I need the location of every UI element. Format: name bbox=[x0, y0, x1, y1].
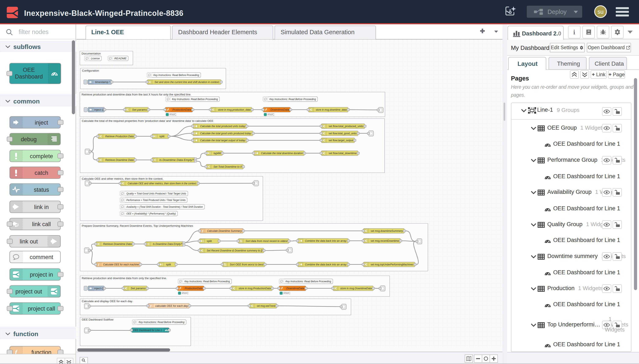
svg-text:store in msg.production_data: store in msg.production_data bbox=[218, 108, 250, 111]
svg-text:set flow.target_output: set flow.target_output bbox=[329, 139, 353, 142]
svg-text:set msg.downtimeSummery: set msg.downtimeSummery bbox=[371, 229, 403, 232]
svg-text:project call: project call bbox=[28, 306, 55, 312]
svg-text:Calculate the total of the req: Calculate the total of the required prop… bbox=[82, 119, 213, 122]
svg-text:complete: complete bbox=[30, 153, 53, 160]
svg-text:comment: comment bbox=[30, 254, 53, 260]
svg-text:Availavity = (Total Shift Dura: Availavity = (Total Shift Duration - Tot… bbox=[126, 205, 203, 208]
svg-text:status: status bbox=[34, 187, 49, 193]
svg-text:calculate OEE for each day: calculate OEE for each day bbox=[155, 304, 188, 308]
svg-text:function: function bbox=[32, 349, 52, 354]
svg-text:Calculate OEE for each machine: Calculate OEE for each machine bbox=[103, 263, 139, 266]
svg-text:Calculate Downtime Summery: Calculate Downtime Summery bbox=[207, 229, 242, 232]
svg-text:Key Instructions: Read Before: Key Instructions: Read Before Proceeding bbox=[184, 280, 230, 283]
svg-text:set flow.total_good_units: set flow.total_good_units bbox=[329, 132, 357, 135]
svg-text:Set params: Set params bbox=[131, 287, 146, 290]
svg-text:Set Total Downtime to 0: Set Total Downtime to 0 bbox=[213, 165, 242, 168]
svg-text:Retrieve Downtime Data: Retrieve Downtime Data bbox=[105, 158, 134, 162]
svg-text:Set and store the current line: Set and store the current line and shift… bbox=[154, 80, 220, 84]
svg-text:Simulated Data Generation: Simulated Data Generation bbox=[281, 29, 355, 36]
svg-text:inject: inject bbox=[94, 287, 101, 290]
svg-text:timestamp ¹: timestamp ¹ bbox=[95, 80, 110, 84]
svg-text:set msg.oeeTrend: set msg.oeeTrend bbox=[257, 304, 275, 308]
svg-text:ProductionData: ProductionData bbox=[172, 108, 191, 111]
svg-text:split: split bbox=[213, 152, 221, 155]
svg-text:RWC: RWC bbox=[182, 291, 189, 295]
svg-text:link in: link in bbox=[34, 204, 49, 210]
svg-text:Calculate the total target out: Calculate the total target output of tod… bbox=[200, 139, 245, 142]
svg-text:Calculate OEE and other metric: Calculate OEE and other metrics, then st… bbox=[82, 177, 163, 180]
svg-text:function: function bbox=[13, 330, 38, 338]
svg-text:Line-1 OEE: Line-1 OEE bbox=[91, 29, 124, 36]
svg-text:Key Instructions: Read Before: Key Instructions: Read Before Proceeding bbox=[139, 320, 184, 324]
svg-text:split: split bbox=[159, 135, 164, 138]
svg-text:subflows: subflows bbox=[13, 43, 41, 50]
svg-text:split: split bbox=[207, 240, 212, 242]
svg-text:inject: inject bbox=[35, 120, 48, 126]
svg-text:Calculate the total good units: Calculate the total good units produced … bbox=[200, 132, 251, 135]
svg-text:Dashboard: Dashboard bbox=[15, 74, 43, 80]
svg-text:RWC: RWC bbox=[283, 291, 290, 295]
svg-text:Sort data from most recent to: Sort data from most recent to oldest bbox=[245, 240, 287, 242]
svg-text:debug: debug bbox=[21, 136, 37, 142]
svg-text:catch: catch bbox=[35, 170, 48, 176]
svg-text:Combine the data back into an: Combine the data back into an array. bbox=[305, 263, 347, 266]
svg-text:OEE = (Availability) * (Perfor: OEE = (Availability) * (Performance) * (… bbox=[126, 212, 176, 215]
svg-text:DowntimeData: DowntimeData bbox=[270, 108, 289, 111]
svg-text:store in msg.ProductionData: store in msg.ProductionData bbox=[239, 287, 271, 290]
svg-text:OEE Dashboard Subflow: OEE Dashboard Subflow bbox=[82, 318, 114, 321]
svg-text:set flow.total_downtime: set flow.total_downtime bbox=[329, 152, 357, 155]
svg-text:set flow.total_produced_units: set flow.total_produced_units bbox=[329, 124, 363, 128]
svg-text:Key Instructions: Read Before: Key Instructions: Read Before Proceeding bbox=[153, 74, 199, 77]
svg-text:split: split bbox=[166, 263, 171, 266]
svg-text:Calculate OEE and other metric: Calculate OEE and other metrics, then st… bbox=[128, 182, 196, 185]
svg-text:Is Downtime Data Empty?: Is Downtime Data Empty? bbox=[159, 158, 194, 162]
svg-text:ProductionData: ProductionData bbox=[185, 287, 202, 290]
svg-text:Combine the data back into an: Combine the data back into an array. bbox=[305, 239, 347, 242]
svg-text:Set Recent Downtime & Downtime: Set Recent Downtime & Downtime summery t… bbox=[207, 249, 262, 252]
svg-text:RWC: RWC bbox=[267, 113, 274, 116]
svg-text:Set params: Set params bbox=[132, 108, 147, 111]
svg-text:Key Instructions: Read Before: Key Instructions: Read Before Proceeding bbox=[269, 98, 316, 101]
svg-text:Performance = Total Produced U: Performance = Total Produced Units / Tot… bbox=[126, 198, 186, 202]
svg-text:Dashboard Header Elements: Dashboard Header Elements bbox=[178, 29, 257, 36]
svg-text:inject: inject bbox=[94, 108, 101, 111]
svg-text:DowntimeData: DowntimeData bbox=[286, 287, 304, 290]
svg-text:common: common bbox=[13, 98, 40, 105]
svg-text:store in msg.downtime_data: store in msg.downtime_data bbox=[316, 108, 347, 111]
svg-text:Key Instructions: Read Before: Key Instructions: Read Before Proceeding bbox=[172, 98, 218, 101]
svg-text:RWC: RWC bbox=[169, 113, 176, 116]
svg-text:Sort OEE from worst to best: Sort OEE from worst to best bbox=[230, 263, 263, 266]
svg-text:set msg.topUnderPerformingMach: set msg.topUnderPerformingMachines bbox=[371, 263, 413, 266]
svg-text:Is Downtime Data Empty?: Is Downtime Data Empty? bbox=[153, 242, 182, 246]
svg-text:Calculate and display OEE for: Calculate and display OEE for each day. bbox=[82, 300, 133, 303]
svg-text:link call: link call bbox=[32, 221, 51, 228]
svg-text:set msg.recentDowntime: set msg.recentDowntime bbox=[371, 239, 399, 242]
svg-text:store in msg.DowntimeData: store in msg.DowntimeData bbox=[340, 287, 372, 290]
svg-text:License: License bbox=[91, 57, 100, 60]
svg-text:Retrieve production and downti: Retrieve production and downtime data fr… bbox=[82, 93, 191, 96]
svg-text:project out: project out bbox=[16, 288, 42, 295]
svg-text:Key Instructions: Read Before: Key Instructions: Read Before Proceeding bbox=[285, 280, 331, 283]
svg-text:OEE: OEE bbox=[23, 67, 35, 73]
svg-text:README: README bbox=[114, 57, 127, 60]
svg-text:project in: project in bbox=[30, 272, 53, 278]
svg-text:OEE Dashboard for Line 1: OEE Dashboard for Line 1 bbox=[133, 328, 162, 332]
svg-text:Retrieve Downtime Data: Retrieve Downtime Data bbox=[103, 242, 132, 246]
svg-text:Configuration: Configuration bbox=[82, 69, 99, 72]
svg-text:Retrieve production and downti: Retrieve production and downtime data fr… bbox=[82, 276, 167, 280]
svg-text:link out: link out bbox=[20, 238, 38, 245]
svg-text:Calculate the total downtime d: Calculate the total downtime duration bbox=[261, 152, 303, 155]
svg-text:Calculate the total produced u: Calculate the total produced units today bbox=[200, 124, 245, 128]
svg-text:Documentation: Documentation bbox=[82, 52, 101, 55]
svg-text:Quality = Total Good Units Pro: Quality = Total Good Units Produced / To… bbox=[126, 192, 186, 195]
svg-text:Prepare Downtime Summary, Rece: Prepare Downtime Summary, Recent Downtim… bbox=[82, 224, 193, 228]
svg-text:Retrieve Production Data: Retrieve Production Data bbox=[105, 135, 134, 138]
